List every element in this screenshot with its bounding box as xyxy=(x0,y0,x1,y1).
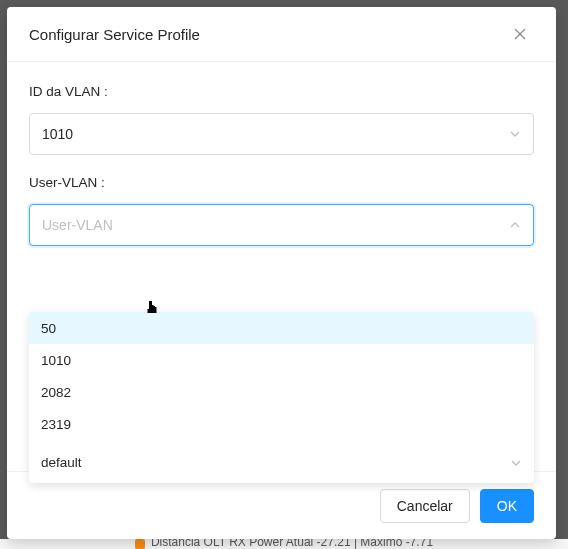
dropdown-option[interactable]: 2082 xyxy=(29,376,534,408)
dropdown-option-label: 1010 xyxy=(41,353,71,368)
modal-title: Configurar Service Profile xyxy=(29,26,200,43)
dropdown-option[interactable]: 1010 xyxy=(29,344,534,376)
close-button[interactable] xyxy=(506,20,534,48)
modal-header: Configurar Service Profile xyxy=(7,7,556,62)
dropdown-option[interactable]: 2319 xyxy=(29,408,534,440)
dropdown-option-label: 2319 xyxy=(41,417,71,432)
chevron-up-icon xyxy=(509,219,521,231)
user-vlan-placeholder: User-VLAN xyxy=(42,217,509,233)
vlan-id-select[interactable]: 1010 xyxy=(29,113,534,155)
background-status-bar: Distância OLT RX Power Atual -27.21 | Má… xyxy=(0,539,568,549)
cancel-label: Cancelar xyxy=(397,498,453,514)
user-vlan-dropdown: 50 1010 2082 2319 default xyxy=(29,312,534,483)
user-vlan-label: User-VLAN : xyxy=(29,175,534,190)
dropdown-option-label: 2082 xyxy=(41,385,71,400)
ok-label: OK xyxy=(497,498,517,514)
service-profile-modal: Configurar Service Profile ID da VLAN : … xyxy=(7,7,556,539)
profile-value: default xyxy=(41,455,510,470)
vlan-id-field: ID da VLAN : 1010 xyxy=(29,84,534,155)
status-dot-icon xyxy=(135,539,145,549)
close-icon xyxy=(514,28,526,40)
profile-select-visible[interactable]: default xyxy=(29,441,534,483)
chevron-down-icon xyxy=(510,457,522,469)
modal-body: ID da VLAN : 1010 User-VLAN : User-VLAN … xyxy=(7,62,556,471)
chevron-down-icon xyxy=(509,128,521,140)
dropdown-option-label: 50 xyxy=(41,321,56,336)
cancel-button[interactable]: Cancelar xyxy=(380,489,470,523)
user-vlan-select[interactable]: User-VLAN xyxy=(29,204,534,246)
vlan-id-value: 1010 xyxy=(42,126,509,142)
background-status-text: Distância OLT RX Power Atual -27.21 | Má… xyxy=(151,539,433,549)
ok-button[interactable]: OK xyxy=(480,489,534,523)
user-vlan-field: User-VLAN : User-VLAN xyxy=(29,175,534,246)
vlan-id-label: ID da VLAN : xyxy=(29,84,534,99)
dropdown-option[interactable]: 50 xyxy=(29,312,534,344)
